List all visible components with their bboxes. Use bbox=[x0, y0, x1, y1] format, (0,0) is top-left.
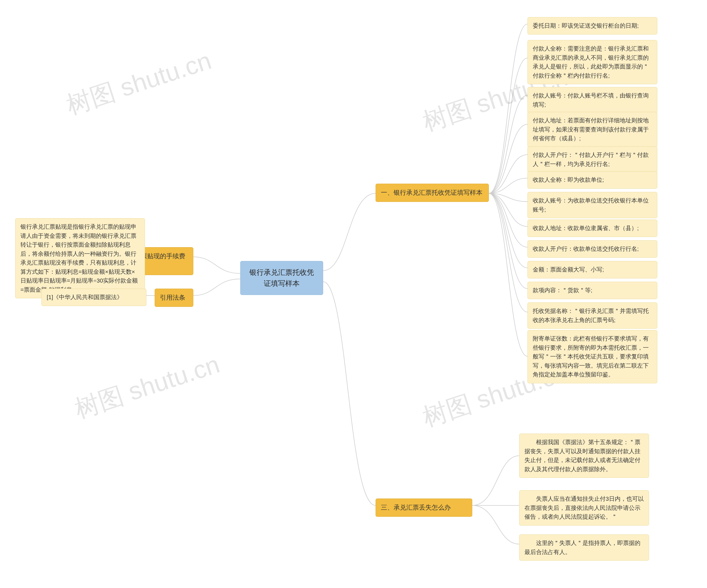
leaf-node[interactable]: 失票人应当在通知挂失止付3日内，也可以在票据丧失后，直接依法向人民法院申请公示催… bbox=[519, 490, 649, 526]
leaf-node[interactable]: 银行承兑汇票贴现是指银行承兑汇票的贴现申请人由于资金需要，将未到期的银行承兑汇票… bbox=[15, 218, 145, 298]
branch-node-4[interactable]: 引用法条 bbox=[155, 289, 193, 307]
leaf-node[interactable]: 付款人开户行：＂付款人开户行＂栏与＂付款人＂栏一样，均为承兑行行名; bbox=[528, 146, 657, 173]
leaf-node[interactable]: 托收凭据名称：＂银行承兑汇票＂并需填写托收的本张承兑右上角的汇票号码; bbox=[528, 302, 657, 329]
leaf-node[interactable]: 收款人账号：为收款单位送交托收银行本单位账号; bbox=[528, 192, 657, 218]
branch-node-3[interactable]: 三、承兑汇票丢失怎么办 bbox=[376, 498, 472, 517]
leaf-node[interactable]: 收款人地址：收款单位隶属省、市（县）; bbox=[528, 220, 657, 237]
watermark: 树图 shutu.cn bbox=[62, 44, 215, 123]
leaf-node[interactable]: 付款人全称：需要注意的是：银行承兑汇票和商业承兑汇票的承兑人不同，银行承兑汇票的… bbox=[528, 40, 657, 84]
leaf-node[interactable]: 附寄单证张数：此栏有些银行不要求填写，有些银行要求，所附寄的即为本需托收汇票，一… bbox=[528, 330, 657, 383]
leaf-node[interactable]: 委托日期：即该凭证送交银行柜台的日期; bbox=[528, 17, 657, 35]
leaf-node[interactable]: 金额：票面金额大写、小写; bbox=[528, 261, 657, 279]
leaf-node[interactable]: 款项内容：＂货款＂等; bbox=[528, 282, 657, 299]
mindmap-canvas: 树图 shutu.cn 树图 shutu.cn 树图 shutu.cn 树图 s… bbox=[0, 0, 707, 588]
leaf-node[interactable]: 根据我国《票据法》第十五条规定：＂票据丧失，失票人可以及时通知票据的付款人挂失止… bbox=[519, 434, 649, 478]
root-node[interactable]: 银行承兑汇票托收凭证填写样本 bbox=[240, 261, 323, 295]
leaf-node[interactable]: 这里的＂失票人＂是指持票人，即票据的最后合法占有人。 bbox=[519, 534, 649, 561]
leaf-node[interactable]: 付款人账号：付款人账号栏不填，由银行查询填写; bbox=[528, 87, 657, 113]
leaf-node[interactable]: 收款人全称：即为收款单位; bbox=[528, 171, 657, 189]
leaf-node[interactable]: 付款人地址：若票面有付款行详细地址则按地址填写，如果没有需要查询到该付款行隶属于… bbox=[528, 112, 657, 147]
branch-node-1[interactable]: 一、银行承兑汇票托收凭证填写样本 bbox=[376, 184, 489, 202]
watermark: 树图 shutu.cn bbox=[70, 348, 224, 426]
leaf-node[interactable]: [1]《中华人民共和国票据法》 bbox=[41, 289, 146, 306]
leaf-node[interactable]: 收款人开户行：收款单位送交托收行行名; bbox=[528, 240, 657, 258]
